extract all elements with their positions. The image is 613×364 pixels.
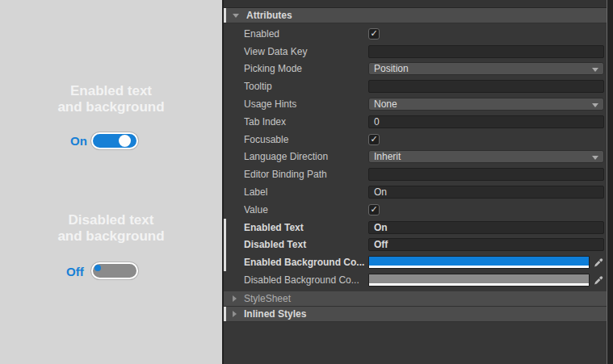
field-label: Language Direction xyxy=(244,151,368,162)
chevron-down-icon xyxy=(592,103,598,107)
attribute-row-disabled-background-co: Disabled Background Co... xyxy=(224,271,613,289)
foldout-expanded-icon xyxy=(233,14,239,18)
enabled-caption-line1: Enabled text xyxy=(0,83,222,99)
field-label: Tab Index xyxy=(244,116,368,128)
dropdown-value: None xyxy=(374,98,397,110)
field-area: On xyxy=(368,186,604,199)
chevron-down-icon xyxy=(592,68,598,72)
preview-panel: Enabled text and background On Disabled … xyxy=(0,0,222,364)
alpha-strip xyxy=(369,283,589,286)
field-area: On xyxy=(368,221,604,234)
disabled-caption: Disabled text and background xyxy=(0,212,222,245)
field-label: Label xyxy=(244,186,368,198)
field-label: Enabled Text xyxy=(244,222,368,233)
text-field[interactable]: On xyxy=(368,186,604,199)
text-field[interactable]: 0 xyxy=(368,115,604,128)
attribute-row-value: Value✓ xyxy=(224,201,613,219)
eyedropper-icon[interactable] xyxy=(593,274,604,287)
attribute-row-enabled: Enabled✓ xyxy=(224,25,613,43)
foldout-collapsed-icon xyxy=(233,295,237,302)
field-label: View Data Key xyxy=(244,46,368,57)
checkbox[interactable]: ✓ xyxy=(368,28,380,40)
inspector-top-strip xyxy=(224,0,613,8)
color-swatch[interactable] xyxy=(368,256,590,269)
section-label: StyleSheet xyxy=(244,293,291,304)
field-label: Enabled xyxy=(244,28,368,40)
attribute-row-disabled-text: Disabled TextOff xyxy=(224,236,613,254)
field-area xyxy=(368,256,604,269)
field-area xyxy=(368,274,604,287)
text-field[interactable]: On xyxy=(368,221,604,234)
field-area: None xyxy=(368,98,604,111)
inspector-panel: Attributes Enabled✓View Data KeyPicking … xyxy=(224,0,613,364)
attribute-row-picking-mode: Picking ModePosition xyxy=(224,61,613,78)
toggle-knob xyxy=(94,265,101,271)
attribute-row-tooltip: Tooltip xyxy=(224,77,613,95)
toggle-off-label: Off xyxy=(66,265,84,278)
disabled-caption-line2: and background xyxy=(0,228,222,245)
field-area: ✓ xyxy=(368,204,604,215)
section-label: Inlined Styles xyxy=(244,308,306,320)
alpha-strip xyxy=(369,266,589,268)
field-area xyxy=(368,45,604,58)
text-field[interactable] xyxy=(368,45,604,58)
field-label: Tooltip xyxy=(244,81,368,92)
enabled-caption: Enabled text and background xyxy=(0,83,222,115)
screenshot-root: Enabled text and background On Disabled … xyxy=(0,0,613,364)
eyedropper-icon[interactable] xyxy=(593,256,604,269)
attribute-row-editor-binding-path: Editor Binding Path xyxy=(224,165,613,183)
field-area: 0 xyxy=(368,115,604,128)
dropdown[interactable]: Position xyxy=(368,62,604,75)
field-label: Editor Binding Path xyxy=(244,169,368,180)
section-label: Attributes xyxy=(246,10,292,21)
attribute-row-language-direction: Language DirectionInherit xyxy=(224,149,613,166)
field-area xyxy=(368,80,604,93)
scrollbar-gutter xyxy=(607,0,613,364)
enabled-caption-line2: and background xyxy=(0,99,222,115)
field-label: Value xyxy=(244,204,368,215)
field-area: Off xyxy=(368,238,604,251)
toggle-knob xyxy=(119,135,131,147)
dropdown[interactable]: None xyxy=(368,98,604,111)
disabled-caption-line1: Disabled text xyxy=(0,212,222,228)
toggle-switch-on[interactable] xyxy=(91,132,138,149)
dropdown-value: Inherit xyxy=(374,151,401,162)
field-area: ✓ xyxy=(368,28,604,40)
field-label: Disabled Background Co... xyxy=(244,274,368,286)
attribute-row-usage-hints: Usage HintsNone xyxy=(224,95,613,113)
section-header-inlined-styles[interactable]: Inlined Styles xyxy=(224,307,607,322)
attribute-row-focusable: Focusable✓ xyxy=(224,131,613,149)
attribute-row-view-data-key: View Data Key xyxy=(224,43,613,61)
section-header-stylesheet[interactable]: StyleSheet xyxy=(224,291,607,307)
color-area xyxy=(369,274,589,283)
color-area xyxy=(369,257,589,266)
attribute-row-enabled-background-co: Enabled Background Co... xyxy=(224,253,613,271)
field-label: Disabled Text xyxy=(244,239,368,250)
chevron-down-icon xyxy=(592,156,598,160)
toggle-switch-off[interactable] xyxy=(91,262,138,279)
dropdown[interactable]: Inherit xyxy=(368,150,604,163)
field-label: Focusable xyxy=(244,134,368,145)
color-swatch[interactable] xyxy=(368,274,590,287)
field-label: Picking Mode xyxy=(244,63,368,74)
dropdown-value: Position xyxy=(374,63,409,74)
field-area: Position xyxy=(368,62,604,75)
field-label: Usage Hints xyxy=(244,98,368,110)
attribute-row-enabled-text: Enabled TextOn xyxy=(224,219,613,236)
toggle-on-label: On xyxy=(70,134,87,148)
text-field[interactable]: Off xyxy=(368,238,604,251)
field-area: ✓ xyxy=(368,134,604,145)
attribute-row-label: LabelOn xyxy=(224,183,613,201)
text-field[interactable] xyxy=(368,80,604,93)
section-header-attributes[interactable]: Attributes xyxy=(224,8,607,23)
field-area: Inherit xyxy=(368,150,604,163)
field-area xyxy=(368,168,604,181)
field-label: Enabled Background Co... xyxy=(244,257,368,268)
checkbox[interactable]: ✓ xyxy=(368,134,380,145)
foldout-collapsed-icon xyxy=(233,311,237,317)
text-field[interactable] xyxy=(368,168,604,181)
checkbox[interactable]: ✓ xyxy=(368,204,380,215)
attributes-rows: Enabled✓View Data KeyPicking ModePositio… xyxy=(224,23,613,291)
attribute-row-tab-index: Tab Index0 xyxy=(224,113,613,131)
